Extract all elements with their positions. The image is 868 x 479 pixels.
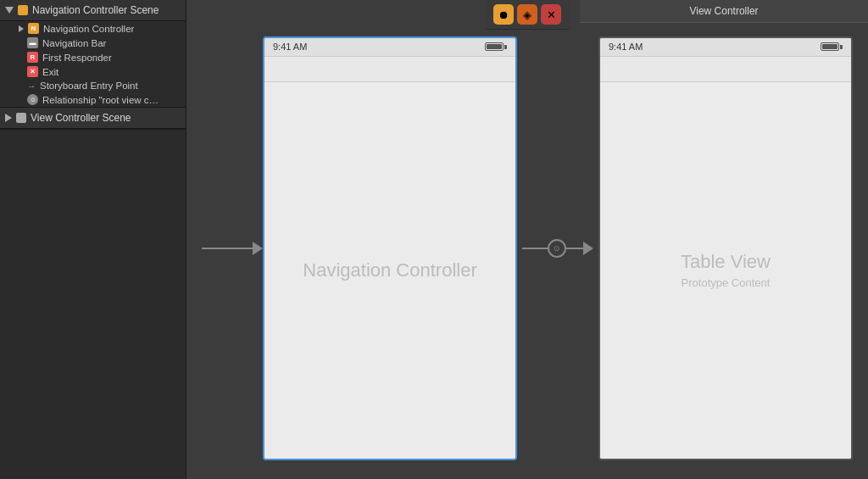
scene1-header[interactable]: Navigation Controller Scene — [0, 0, 186, 21]
toolbar-icon-yellow[interactable]: ⏺ — [493, 4, 514, 25]
storyboard-entry-label: Storyboard Entry Point — [40, 81, 138, 91]
nav-status-bar: 9:41 AM — [264, 38, 515, 57]
toolbar-icon-orange[interactable]: ◈ — [517, 4, 537, 25]
view-controller-frame[interactable]: 9:41 AM Table View Prototype Content — [598, 36, 853, 460]
entry-arrow-line — [202, 248, 253, 249]
scene1-section: Navigation Controller Scene N Navigation… — [0, 0, 186, 108]
entry-point-arrow — [202, 242, 263, 255]
vc-nav-bar — [600, 57, 851, 82]
scene2-title: View Controller Scene — [31, 112, 131, 124]
nav-status-time: 9:41 AM — [273, 42, 307, 52]
scene2-icon — [16, 113, 26, 123]
nav-controller-body: Navigation Controller — [264, 82, 515, 459]
vc-battery-body — [821, 42, 839, 51]
exit-icon: ✕ — [27, 66, 38, 77]
storyboard-entry-arrow-icon: → — [27, 81, 36, 91]
nav-controller-triangle — [19, 25, 24, 32]
connector-arrow: ⊙ — [522, 239, 593, 258]
vc-body: Table View Prototype Content — [600, 82, 851, 459]
sidebar-item-nav-controller[interactable]: N Navigation Controller — [0, 21, 186, 36]
scene1-icon — [18, 5, 28, 15]
vc-canvas-label: Table View — [681, 251, 771, 273]
nav-controller-label: Navigation Controller — [43, 24, 134, 34]
relationship-icon: ⊙ — [27, 94, 38, 105]
toolbar-icon-red[interactable]: ✕ — [541, 4, 561, 25]
entry-arrowhead — [253, 242, 263, 255]
vc-battery-icon — [821, 42, 843, 51]
first-responder-label: First Responder — [42, 53, 112, 63]
nav-controller-nav-bar — [264, 57, 515, 82]
scene2-triangle — [5, 114, 12, 122]
scene2-section: View Controller Scene — [0, 108, 186, 130]
vc-battery-fill — [822, 44, 837, 49]
connector-arrowhead — [583, 242, 593, 255]
nav-controller-frame[interactable]: 9:41 AM Navigation Controller — [263, 36, 517, 460]
canvas: View Controller ⏺ ◈ ✕ 9:41 AM — [186, 0, 868, 479]
connector-line-right — [566, 248, 583, 249]
first-responder-icon: R — [27, 52, 38, 63]
vc-title: View Controller — [689, 5, 758, 17]
battery-tip — [504, 45, 507, 49]
relationship-label: Relationship "root view controller"... — [42, 95, 161, 105]
connector-circle: ⊙ — [548, 239, 566, 258]
exit-label: Exit — [42, 67, 58, 77]
vc-status-bar: 9:41 AM — [600, 38, 851, 57]
scene2-header[interactable]: View Controller Scene — [0, 108, 186, 129]
canvas-content: 9:41 AM Navigation Controller ⊙ — [202, 36, 853, 460]
nav-controller-canvas-label: Navigation Controller — [303, 259, 476, 281]
sidebar-item-exit[interactable]: ✕ Exit — [0, 64, 186, 79]
nav-battery-icon — [485, 42, 507, 51]
scene1-triangle — [5, 7, 14, 14]
battery-body — [485, 42, 504, 51]
vc-canvas-sublabel: Prototype Content — [682, 276, 771, 289]
vc-battery-tip — [840, 45, 843, 49]
nav-controller-icon: N — [28, 23, 39, 34]
battery-fill — [487, 44, 502, 49]
canvas-toolbar: ⏺ ◈ ✕ — [485, 0, 570, 30]
connector-circle-icon: ⊙ — [554, 244, 560, 253]
sidebar: Navigation Controller Scene N Navigation… — [0, 0, 186, 479]
sidebar-item-first-responder[interactable]: R First Responder — [0, 50, 186, 64]
sidebar-item-storyboard-entry[interactable]: → Storyboard Entry Point — [0, 79, 186, 92]
vc-status-time: 9:41 AM — [609, 42, 643, 52]
nav-bar-icon: ▬ — [27, 37, 38, 48]
scene1-title: Navigation Controller Scene — [32, 4, 159, 16]
nav-bar-label: Navigation Bar — [42, 38, 106, 48]
sidebar-item-nav-bar[interactable]: ▬ Navigation Bar — [0, 36, 186, 50]
connector-line-left — [522, 248, 548, 249]
sidebar-item-relationship[interactable]: ⊙ Relationship "root view controller"... — [0, 92, 186, 107]
vc-title-bar: View Controller — [580, 0, 868, 23]
